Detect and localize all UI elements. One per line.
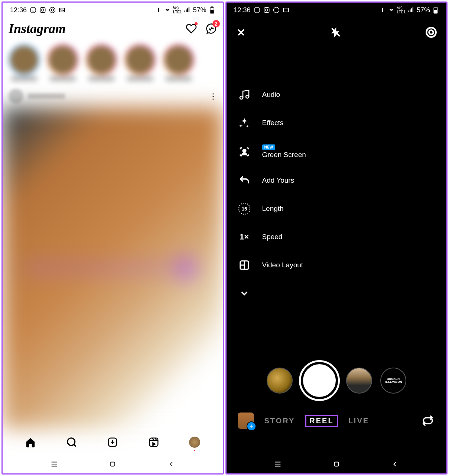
svg-rect-8 [211,10,214,13]
status-time: 12:36 [10,6,27,14]
length-tool[interactable]: 15 Length [238,202,436,215]
svg-point-3 [50,7,55,13]
svg-rect-29 [334,462,338,466]
gallery-icon [59,7,65,13]
timer-icon: 15 [238,202,251,215]
story-item[interactable] [124,44,156,81]
reel-tools: Audio Effects NEW Green Screen Add Yours… [227,88,447,300]
sparkle-icon [238,116,251,130]
instagram-icon [39,7,46,13]
home-button[interactable] [332,460,341,468]
status-bar: 12:36 Vo)LTE1 57% [3,3,223,17]
post-username[interactable] [28,94,65,99]
bottom-nav [3,429,223,455]
settings-button[interactable] [425,26,437,39]
saver-icon [155,7,162,13]
post-avatar[interactable] [9,89,23,104]
expand-tools[interactable] [238,287,436,300]
status-bar: 12:36 Vo)LTE1 57% [227,3,447,17]
svg-point-2 [42,9,44,11]
post-header: ⋮ [3,85,223,107]
camera-icon [273,7,280,13]
svg-point-4 [51,9,53,11]
capture-button[interactable] [301,362,338,399]
messenger-button[interactable]: 2 [206,23,217,34]
story-item[interactable] [86,44,117,81]
svg-text:15: 15 [241,206,247,212]
stories-row [3,40,223,85]
audio-label: Audio [262,91,280,99]
recents-button[interactable] [274,460,282,468]
svg-point-13 [254,7,260,13]
layout-icon [238,258,251,272]
svg-point-24 [246,95,249,98]
system-nav [227,455,447,473]
chevron-down-icon [238,287,251,300]
camera-icon [49,7,56,13]
story-item[interactable] [9,44,40,81]
svg-point-23 [240,96,243,99]
layout-tool[interactable]: Video Layout [238,258,436,272]
create-tab[interactable] [107,436,118,448]
svg-rect-1 [40,7,45,13]
live-mode[interactable]: LIVE [348,417,369,425]
greenscreen-tool[interactable]: NEW Green Screen [238,144,436,159]
svg-point-25 [243,149,246,152]
profile-tab[interactable] [189,436,201,448]
story-mode[interactable]: STORY [264,417,295,425]
flash-off-button[interactable] [330,26,342,38]
signal-icon [184,7,191,13]
effects-tool[interactable]: Effects [238,116,436,130]
annotation-arrow [25,267,185,270]
speed-tool[interactable]: 1× Speed [238,230,436,244]
back-button[interactable] [391,460,399,468]
home-tab[interactable] [25,436,36,448]
activity-button[interactable] [186,23,197,34]
audio-tool[interactable]: Audio [238,88,436,101]
battery-icon [209,7,215,13]
svg-rect-12 [111,462,115,466]
whatsapp-icon [30,7,36,13]
close-button[interactable] [235,27,247,38]
svg-point-0 [30,7,36,13]
battery-icon [432,7,439,13]
speed-label: Speed [262,233,283,241]
svg-point-15 [266,9,268,11]
story-item[interactable] [47,44,78,81]
reply-icon [238,174,251,187]
wifi-icon [388,7,395,13]
recents-button[interactable] [50,460,58,468]
search-tab[interactable] [66,436,78,448]
layout-label: Video Layout [262,261,303,269]
filter-broken-tv[interactable]: BROKEN TELEVISION [380,368,406,394]
system-nav [3,455,223,473]
lte-icon: Vo)LTE1 [397,6,406,14]
post-more-button[interactable]: ⋮ [209,92,217,101]
gallery-icon [283,7,289,13]
greenscreen-label: Green Screen [262,151,306,159]
instagram-logo: Instagram [9,21,66,36]
home-button[interactable] [108,460,117,468]
switch-camera-button[interactable] [420,413,435,428]
lte-icon: Vo)LTE1 [173,6,182,14]
story-item[interactable] [163,44,194,81]
back-button[interactable] [167,460,175,468]
person-frame-icon [238,145,251,159]
post-image[interactable] [3,107,223,429]
addyours-tool[interactable]: Add Yours [238,174,436,187]
signal-icon [408,7,414,13]
battery-text: 57% [193,6,206,14]
filter-globe[interactable] [267,368,293,394]
gallery-button[interactable] [238,413,254,429]
instagram-header: Instagram 2 [3,17,223,40]
speed-icon: 1× [238,230,251,244]
svg-rect-7 [211,7,213,7]
battery-text: 57% [417,6,430,14]
filter-person[interactable] [346,368,372,394]
reel-header [227,21,447,43]
effects-label: Effects [262,119,284,127]
svg-rect-17 [283,8,289,12]
reels-tab[interactable] [148,436,160,448]
reel-mode[interactable]: REEL [305,415,338,427]
music-icon [238,88,251,101]
